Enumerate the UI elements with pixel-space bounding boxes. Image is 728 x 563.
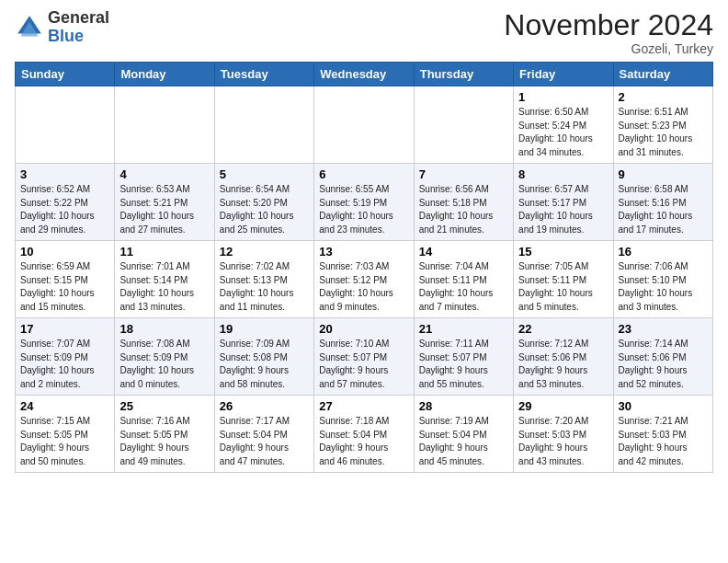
day-number: 24 — [20, 399, 109, 413]
day-info: Sunrise: 7:08 AMSunset: 5:09 PMDaylight:… — [119, 338, 209, 391]
logo: General Blue — [15, 9, 109, 46]
day-number: 25 — [119, 399, 209, 413]
day-number: 10 — [20, 245, 109, 259]
calendar-cell: 26Sunrise: 7:17 AMSunset: 5:04 PMDayligh… — [214, 396, 313, 473]
day-number: 11 — [119, 245, 209, 259]
day-info: Sunrise: 7:02 AMSunset: 5:13 PMDaylight:… — [220, 260, 309, 314]
day-info: Sunrise: 7:18 AMSunset: 5:04 PMDaylight:… — [319, 415, 408, 468]
calendar-cell: 5Sunrise: 6:54 AMSunset: 5:20 PMDaylight… — [214, 164, 313, 241]
calendar-week-row: 17Sunrise: 7:07 AMSunset: 5:09 PMDayligh… — [16, 318, 713, 396]
col-header-friday: Friday — [514, 63, 613, 86]
col-header-monday: Monday — [115, 63, 214, 86]
calendar-cell: 19Sunrise: 7:09 AMSunset: 5:08 PMDayligh… — [214, 318, 313, 396]
calendar-cell: 1Sunrise: 6:50 AMSunset: 5:24 PMDaylight… — [514, 86, 613, 164]
day-number: 12 — [220, 245, 309, 259]
calendar-cell: 22Sunrise: 7:12 AMSunset: 5:06 PMDayligh… — [514, 318, 613, 396]
day-info: Sunrise: 7:17 AMSunset: 5:04 PMDaylight:… — [220, 415, 309, 468]
day-info: Sunrise: 7:21 AMSunset: 5:03 PMDaylight:… — [619, 415, 708, 468]
day-info: Sunrise: 6:59 AMSunset: 5:15 PMDaylight:… — [20, 260, 109, 314]
col-header-thursday: Thursday — [414, 63, 513, 86]
day-info: Sunrise: 6:58 AMSunset: 5:16 PMDaylight:… — [619, 183, 708, 236]
calendar-cell: 14Sunrise: 7:04 AMSunset: 5:11 PMDayligh… — [414, 241, 513, 318]
day-info: Sunrise: 7:19 AMSunset: 5:04 PMDaylight:… — [419, 415, 508, 468]
day-number: 18 — [119, 322, 209, 336]
day-number: 4 — [119, 167, 209, 181]
day-info: Sunrise: 6:52 AMSunset: 5:22 PMDaylight:… — [20, 183, 109, 236]
day-info: Sunrise: 6:53 AMSunset: 5:21 PMDaylight:… — [119, 183, 209, 236]
calendar-week-row: 10Sunrise: 6:59 AMSunset: 5:15 PMDayligh… — [16, 241, 713, 318]
day-number: 3 — [20, 167, 109, 181]
calendar-cell: 8Sunrise: 6:57 AMSunset: 5:17 PMDaylight… — [514, 164, 613, 241]
calendar-cell: 12Sunrise: 7:02 AMSunset: 5:13 PMDayligh… — [214, 241, 313, 318]
calendar-header-row: SundayMondayTuesdayWednesdayThursdayFrid… — [16, 63, 713, 86]
calendar-cell: 10Sunrise: 6:59 AMSunset: 5:15 PMDayligh… — [16, 241, 115, 318]
day-info: Sunrise: 7:16 AMSunset: 5:05 PMDaylight:… — [119, 415, 209, 468]
calendar-cell: 4Sunrise: 6:53 AMSunset: 5:21 PMDaylight… — [115, 164, 214, 241]
day-number: 23 — [619, 322, 708, 336]
day-number: 19 — [220, 322, 309, 336]
calendar-cell: 9Sunrise: 6:58 AMSunset: 5:16 PMDaylight… — [613, 164, 712, 241]
day-number: 9 — [619, 167, 708, 181]
day-number: 7 — [419, 167, 508, 181]
calendar-week-row: 1Sunrise: 6:50 AMSunset: 5:24 PMDaylight… — [16, 86, 713, 164]
day-number: 17 — [20, 322, 109, 336]
day-info: Sunrise: 7:15 AMSunset: 5:05 PMDaylight:… — [20, 415, 109, 468]
logo-general: General — [48, 8, 109, 27]
calendar-cell: 29Sunrise: 7:20 AMSunset: 5:03 PMDayligh… — [514, 396, 613, 473]
day-number: 13 — [319, 245, 408, 259]
day-info: Sunrise: 7:20 AMSunset: 5:03 PMDaylight:… — [518, 415, 608, 468]
day-info: Sunrise: 7:10 AMSunset: 5:07 PMDaylight:… — [319, 338, 408, 391]
calendar-cell: 30Sunrise: 7:21 AMSunset: 5:03 PMDayligh… — [613, 396, 712, 473]
month-title: November 2024 — [504, 9, 713, 41]
day-info: Sunrise: 7:09 AMSunset: 5:08 PMDaylight:… — [220, 338, 309, 391]
logo-text: General Blue — [48, 9, 109, 46]
header: General Blue November 2024 Gozeli, Turke… — [15, 9, 713, 56]
day-number: 16 — [619, 245, 708, 259]
day-number: 15 — [518, 245, 608, 259]
calendar-cell: 23Sunrise: 7:14 AMSunset: 5:06 PMDayligh… — [613, 318, 712, 396]
day-info: Sunrise: 7:05 AMSunset: 5:11 PMDaylight:… — [518, 260, 608, 314]
logo-icon — [15, 13, 44, 42]
day-number: 2 — [619, 90, 708, 104]
col-header-wednesday: Wednesday — [314, 63, 414, 86]
day-number: 28 — [419, 399, 508, 413]
day-number: 26 — [220, 399, 309, 413]
calendar-cell: 15Sunrise: 7:05 AMSunset: 5:11 PMDayligh… — [514, 241, 613, 318]
day-info: Sunrise: 7:14 AMSunset: 5:06 PMDaylight:… — [619, 338, 708, 391]
day-info: Sunrise: 6:54 AMSunset: 5:20 PMDaylight:… — [220, 183, 309, 236]
calendar-week-row: 24Sunrise: 7:15 AMSunset: 5:05 PMDayligh… — [16, 396, 713, 473]
calendar-cell: 6Sunrise: 6:55 AMSunset: 5:19 PMDaylight… — [314, 164, 414, 241]
calendar-week-row: 3Sunrise: 6:52 AMSunset: 5:22 PMDaylight… — [16, 164, 713, 241]
day-info: Sunrise: 7:07 AMSunset: 5:09 PMDaylight:… — [20, 338, 109, 391]
page: General Blue November 2024 Gozeli, Turke… — [0, 0, 728, 488]
day-number: 14 — [419, 245, 508, 259]
day-info: Sunrise: 7:12 AMSunset: 5:06 PMDaylight:… — [518, 338, 608, 391]
day-info: Sunrise: 7:04 AMSunset: 5:11 PMDaylight:… — [419, 260, 508, 314]
calendar-cell: 25Sunrise: 7:16 AMSunset: 5:05 PMDayligh… — [115, 396, 214, 473]
day-info: Sunrise: 7:11 AMSunset: 5:07 PMDaylight:… — [419, 338, 508, 391]
day-number: 22 — [518, 322, 608, 336]
calendar-cell: 13Sunrise: 7:03 AMSunset: 5:12 PMDayligh… — [314, 241, 414, 318]
calendar-cell: 3Sunrise: 6:52 AMSunset: 5:22 PMDaylight… — [16, 164, 115, 241]
calendar-cell: 16Sunrise: 7:06 AMSunset: 5:10 PMDayligh… — [613, 241, 712, 318]
day-info: Sunrise: 6:55 AMSunset: 5:19 PMDaylight:… — [319, 183, 408, 236]
calendar-cell: 2Sunrise: 6:51 AMSunset: 5:23 PMDaylight… — [613, 86, 712, 164]
day-info: Sunrise: 6:50 AMSunset: 5:24 PMDaylight:… — [518, 106, 608, 159]
day-number: 5 — [220, 167, 309, 181]
calendar-cell: 11Sunrise: 7:01 AMSunset: 5:14 PMDayligh… — [115, 241, 214, 318]
calendar-cell: 21Sunrise: 7:11 AMSunset: 5:07 PMDayligh… — [414, 318, 513, 396]
calendar-cell — [414, 86, 513, 164]
col-header-sunday: Sunday — [16, 63, 115, 86]
calendar-table: SundayMondayTuesdayWednesdayThursdayFrid… — [15, 62, 713, 473]
title-block: November 2024 Gozeli, Turkey — [504, 9, 713, 56]
location: Gozeli, Turkey — [504, 41, 713, 56]
day-info: Sunrise: 6:51 AMSunset: 5:23 PMDaylight:… — [619, 106, 708, 159]
day-number: 30 — [619, 399, 708, 413]
calendar-cell: 27Sunrise: 7:18 AMSunset: 5:04 PMDayligh… — [314, 396, 414, 473]
day-info: Sunrise: 7:01 AMSunset: 5:14 PMDaylight:… — [119, 260, 209, 314]
day-number: 8 — [518, 167, 608, 181]
day-info: Sunrise: 6:57 AMSunset: 5:17 PMDaylight:… — [518, 183, 608, 236]
calendar-cell — [16, 86, 115, 164]
calendar-cell — [115, 86, 214, 164]
calendar-cell: 17Sunrise: 7:07 AMSunset: 5:09 PMDayligh… — [16, 318, 115, 396]
